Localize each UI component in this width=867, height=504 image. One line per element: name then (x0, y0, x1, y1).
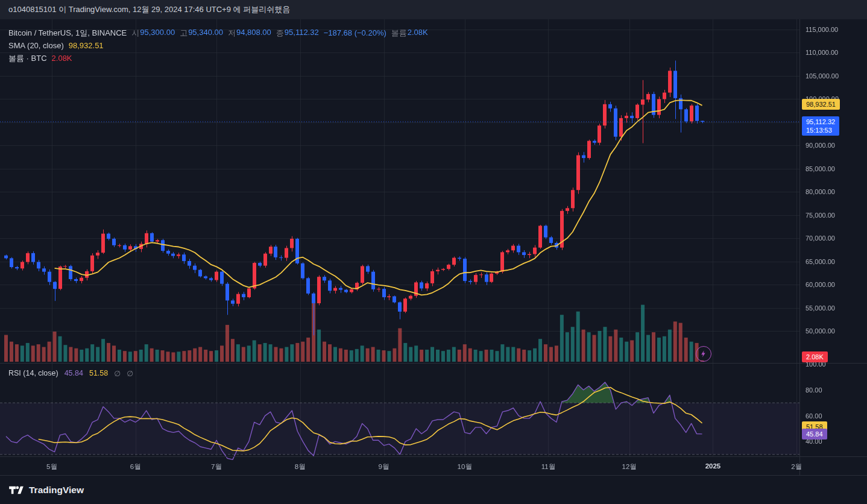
published-text: o1040815101 이 TradingView.com, 12월 29, 2… (8, 5, 290, 14)
close-value: 종95,112.32 (276, 28, 319, 39)
legend-symbol-row: Bitcoin / TetherUS, 1일, BINANCE 시95,300.… (8, 27, 428, 39)
price-axis-label: 70,000.00 (806, 235, 835, 242)
volume-value: 볼륨2.08K (391, 28, 428, 39)
volume-row-value: 2.08K (52, 54, 72, 63)
chart-canvas[interactable] (0, 0, 867, 504)
open-value: 시95,300.00 (131, 28, 175, 39)
volume-title: 볼륨 · BTC (8, 53, 47, 64)
lightning-icon (699, 350, 708, 358)
time-axis-label: 5월 (46, 462, 57, 471)
high-value: 고95,340.00 (180, 28, 223, 39)
time-axis-label: 6월 (130, 462, 141, 471)
price-axis-label: 115,000.00 (806, 26, 838, 33)
time-axis-label: 11월 (541, 462, 555, 471)
sma-price-badge: 98,932.51 (802, 99, 840, 110)
published-bar: o1040815101 이 TradingView.com, 12월 29, 2… (0, 0, 867, 19)
legend-sma-row: SMA (20, close) 98,932.51 (8, 39, 428, 52)
time-axis-label: 8월 (295, 462, 306, 471)
rsi-title: RSI (14, close) (8, 369, 58, 378)
price-axis-label: 55,000.00 (806, 304, 835, 312)
volume-badge: 2.08K (802, 351, 828, 362)
brand-text: TradingView (29, 485, 84, 496)
rsi-axis-label: 60.00 (806, 412, 822, 420)
sma-title: SMA (20, close) (8, 41, 64, 50)
chart-legend: Bitcoin / TetherUS, 1일, BINANCE 시95,300.… (8, 27, 428, 65)
price-axis-label: 50,000.00 (806, 327, 835, 335)
tradingview-logo-icon (8, 484, 24, 496)
price-axis-label: 85,000.00 (806, 165, 835, 172)
time-axis-label: 7월 (211, 462, 222, 471)
price-axis-label: 80,000.00 (806, 188, 835, 195)
symbol-title: Bitcoin / TetherUS, 1일, BINANCE (8, 28, 127, 39)
footer-bar: TradingView (0, 475, 867, 504)
price-axis-label: 105,000.00 (806, 72, 839, 80)
time-axis-label: 9월 (379, 462, 389, 471)
price-axis-label: 65,000.00 (806, 258, 835, 265)
time-axis-label: 2월 (791, 462, 802, 471)
rsi-axis-label: 80.00 (806, 386, 822, 394)
time-axis-label: 2025 (705, 462, 721, 470)
boost-button[interactable] (696, 346, 711, 362)
legend-volume-row: 볼륨 · BTC 2.08K (8, 52, 428, 65)
rsi-legend: RSI (14, close) 45.84 51.58 ∅ ∅ (8, 369, 133, 378)
time-axis-label: 10월 (458, 462, 472, 471)
rsi-lower-limit: ∅ (127, 369, 133, 378)
rsi-ma-value: 51.58 (89, 369, 108, 378)
rsi-value: 45.84 (65, 369, 83, 378)
price-axis-label: 75,000.00 (806, 212, 835, 219)
low-value: 저94,808.00 (228, 28, 271, 39)
time-axis-label: 12월 (622, 462, 637, 471)
rsi-badge: 45.84 (802, 429, 827, 439)
price-axis-label: 110,000.00 (806, 49, 838, 56)
price-axis-label: 90,000.00 (806, 142, 835, 149)
sma-value: 98,932.51 (69, 41, 104, 50)
change-value: −187.68 (−0.20%) (324, 28, 386, 37)
last-price-badge: 95,112.32 15:13:53 (802, 116, 839, 136)
price-axis-label: 60,000.00 (806, 281, 835, 288)
tradingview-logo[interactable]: TradingView (8, 484, 84, 496)
countdown-timer: 15:13:53 (806, 126, 835, 134)
rsi-upper-limit: ∅ (114, 369, 121, 378)
